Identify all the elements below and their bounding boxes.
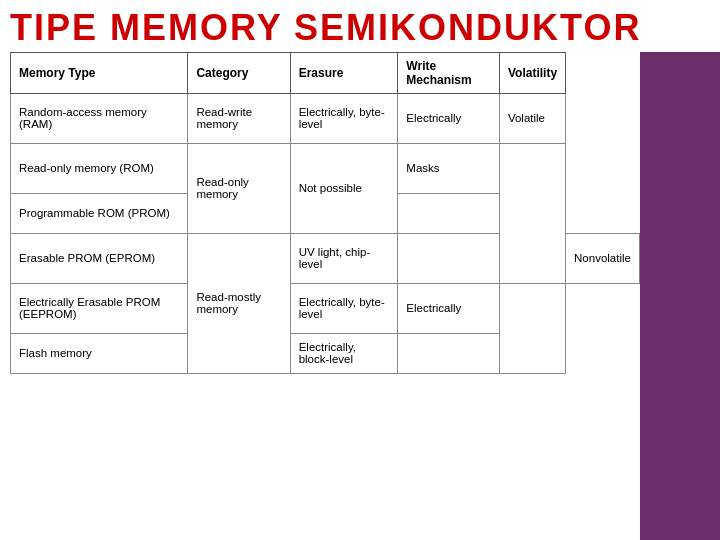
cell-category: Read-write memory	[188, 93, 290, 143]
title-bar: TIPE MEMORY SEMIKONDUKTOR	[0, 0, 720, 52]
cell-memory-type: Read-only memory (ROM)	[11, 143, 188, 193]
cell-write-mechanism	[398, 193, 500, 233]
memory-table: Memory Type Category Erasure Write Mecha…	[10, 52, 640, 374]
cell-memory-type: Electrically Erasable PROM (EEPROM)	[11, 283, 188, 333]
cell-erasure: UV light, chip-level	[290, 233, 398, 283]
cell-write-mechanism: Electrically	[398, 283, 500, 333]
cell-write-mechanism: Electrically	[398, 93, 500, 143]
cell-erasure: Electrically, byte-level	[290, 283, 398, 333]
cell-volatility: Volatile	[499, 93, 565, 143]
header-category: Category	[188, 52, 290, 93]
cell-memory-type: Flash memory	[11, 333, 188, 373]
cell-write-mechanism	[398, 233, 500, 283]
header-write-mechanism: Write Mechanism	[398, 52, 500, 93]
table-row: Random-access memory (RAM) Read-write me…	[11, 93, 640, 143]
cell-write-mechanism	[398, 333, 500, 373]
table-header-row: Memory Type Category Erasure Write Mecha…	[11, 52, 640, 93]
cell-erasure: Electrically, block-level	[290, 333, 398, 373]
cell-erasure: Not possible	[290, 143, 398, 233]
cell-volatility	[499, 143, 565, 283]
cell-volatility	[499, 283, 565, 373]
cell-write-mechanism: Masks	[398, 143, 500, 193]
cell-memory-type: Programmable ROM (PROM)	[11, 193, 188, 233]
table-container: Memory Type Category Erasure Write Mecha…	[0, 52, 720, 374]
header-volatility: Volatility	[499, 52, 565, 93]
cell-category: Read-only memory	[188, 143, 290, 233]
cell-category: Read-mostly memory	[188, 233, 290, 373]
header-erasure: Erasure	[290, 52, 398, 93]
cell-memory-type: Random-access memory (RAM)	[11, 93, 188, 143]
table-row: Read-only memory (ROM) Read-only memory …	[11, 143, 640, 193]
table-row: Electrically Erasable PROM (EEPROM) Elec…	[11, 283, 640, 333]
cell-erasure: Electrically, byte-level	[290, 93, 398, 143]
cell-memory-type: Erasable PROM (EPROM)	[11, 233, 188, 283]
cell-volatility: Nonvolatile	[566, 233, 640, 283]
header-memory-type: Memory Type	[11, 52, 188, 93]
page-title: TIPE MEMORY SEMIKONDUKTOR	[10, 8, 710, 48]
